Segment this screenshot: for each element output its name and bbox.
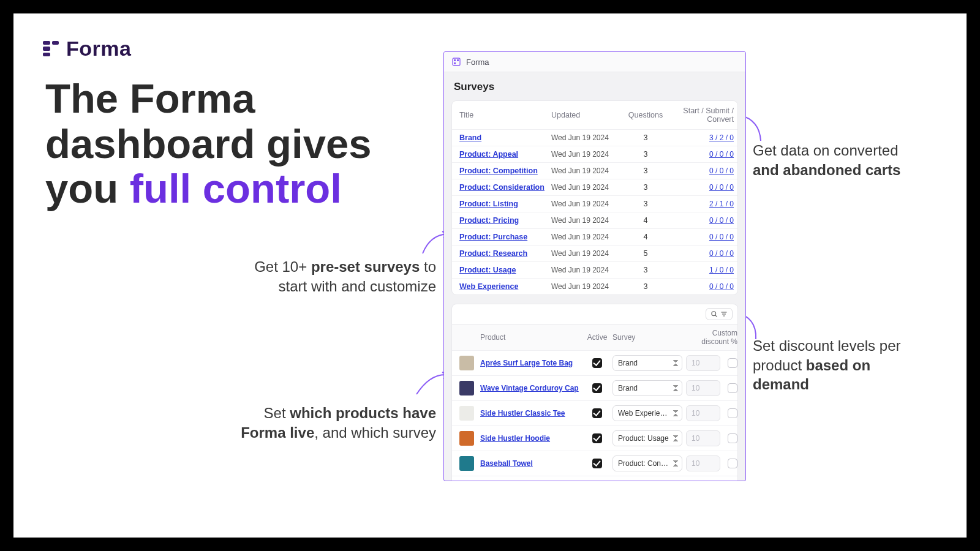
survey-title-link[interactable]: Web Experience: [459, 282, 551, 291]
survey-updated: Wed Jun 19 2024: [551, 133, 625, 142]
col-survey: Survey: [612, 333, 682, 342]
product-row: Baseball TowelProduct: Consid...10: [452, 451, 737, 476]
survey-questions: 5: [625, 249, 666, 258]
survey-title-link[interactable]: Product: Pricing: [459, 216, 551, 225]
headline-line2: dashboard gives: [45, 121, 371, 167]
search-filter-button[interactable]: [706, 308, 733, 320]
survey-select[interactable]: Product: Consid...: [612, 455, 682, 471]
col-updated: Updated: [551, 111, 625, 119]
col-ssc: Start / Submit / Convert: [666, 107, 734, 124]
discount-input[interactable]: 10: [686, 405, 720, 421]
callout-converted: Get data on converted and abandoned cart…: [753, 141, 912, 179]
survey-questions: 4: [625, 233, 666, 241]
discount-checkbox[interactable]: [728, 433, 737, 443]
survey-ssc-link[interactable]: 0 / 0 / 0: [709, 167, 734, 175]
discount-checkbox[interactable]: [728, 383, 737, 393]
survey-updated: Wed Jun 19 2024: [551, 216, 625, 225]
app-name: Forma: [466, 58, 489, 67]
discount-checkbox[interactable]: [728, 358, 737, 368]
brand-name: Forma: [66, 37, 131, 61]
svg-rect-2: [457, 59, 459, 61]
survey-row: Product: CompetitionWed Jun 19 202430 / …: [452, 162, 737, 179]
survey-ssc-link[interactable]: 0 / 0 / 0: [709, 216, 734, 225]
col-product: Product: [459, 333, 582, 342]
survey-ssc-link[interactable]: 0 / 0 / 0: [709, 233, 734, 241]
survey-row: Web ExperienceWed Jun 19 202430 / 0 / 0: [452, 278, 737, 294]
product-name-link[interactable]: Aprés Surf Large Tote Bag: [480, 359, 582, 367]
product-row: Side Hustler Classic TeeWeb Experience10: [452, 400, 737, 425]
discount-input[interactable]: 10: [686, 455, 720, 471]
product-name-link[interactable]: Side Hustler Hoodie: [480, 434, 582, 443]
survey-questions: 3: [625, 266, 666, 274]
active-checkbox[interactable]: [592, 383, 602, 393]
survey-updated: Wed Jun 19 2024: [551, 150, 625, 159]
survey-updated: Wed Jun 19 2024: [551, 167, 625, 175]
slide-canvas: Forma The Forma dashboard gives you full…: [13, 13, 967, 538]
discount-input[interactable]: 10: [686, 430, 720, 446]
product-name-link[interactable]: Baseball Towel: [480, 459, 582, 468]
survey-questions: 3: [625, 150, 666, 159]
survey-questions: 3: [625, 133, 666, 142]
survey-select[interactable]: Brand: [612, 380, 682, 396]
products-toolbar: [451, 304, 738, 324]
headline-line1: The Forma: [45, 76, 371, 121]
product-name-link[interactable]: Wave Vintage Corduroy Cap: [480, 384, 582, 392]
discount-input[interactable]: 10: [686, 355, 720, 371]
survey-ssc-link[interactable]: 1 / 0 / 0: [709, 266, 734, 274]
survey-title-link[interactable]: Product: Purchase: [459, 233, 551, 241]
active-checkbox[interactable]: [592, 408, 602, 418]
active-checkbox[interactable]: [592, 358, 602, 368]
dashboard-panel: Forma Surveys Title Updated Questions St…: [443, 51, 746, 481]
survey-ssc-link[interactable]: 0 / 0 / 0: [709, 183, 734, 192]
survey-row: Product: UsageWed Jun 19 202431 / 0 / 0: [452, 261, 737, 278]
survey-select[interactable]: Brand: [612, 355, 682, 371]
survey-select[interactable]: Product: Usage: [612, 430, 682, 446]
survey-ssc-link[interactable]: 2 / 1 / 0: [709, 200, 734, 208]
discount-input[interactable]: 10: [686, 481, 720, 481]
survey-title-link[interactable]: Product: Consideration: [459, 183, 551, 192]
survey-select[interactable]: Product: Consid...: [612, 481, 682, 481]
active-checkbox[interactable]: [592, 433, 602, 443]
survey-questions: 3: [625, 183, 666, 192]
survey-title-link[interactable]: Brand: [459, 133, 551, 142]
survey-title-link[interactable]: Product: Appeal: [459, 150, 551, 159]
surveys-table-head: Title Updated Questions Start / Submit /…: [452, 101, 737, 129]
survey-ssc-link[interactable]: 0 / 0 / 0: [709, 150, 734, 159]
products-table-head: Product Active Survey Custom discount %: [452, 324, 737, 350]
survey-title-link[interactable]: Product: Usage: [459, 266, 551, 274]
discount-input[interactable]: 10: [686, 380, 720, 396]
survey-updated: Wed Jun 19 2024: [551, 282, 625, 291]
product-row: Wave Vintage Corduroy CapBrand10: [452, 375, 737, 400]
survey-ssc-link[interactable]: 0 / 0 / 0: [709, 282, 734, 291]
discount-checkbox[interactable]: [728, 459, 737, 468]
callout-products: Set which products have Forma live, and …: [228, 403, 436, 442]
survey-questions: 3: [625, 167, 666, 175]
survey-updated: Wed Jun 19 2024: [551, 233, 625, 241]
survey-row: Product: ListingWed Jun 19 202432 / 1 / …: [452, 195, 737, 212]
svg-line-5: [715, 315, 717, 317]
col-active: Active: [586, 333, 609, 342]
survey-updated: Wed Jun 19 2024: [551, 200, 625, 208]
product-row: Cash is Queen Crop TeeProduct: Consid...…: [452, 476, 737, 481]
product-thumb: [459, 356, 474, 370]
svg-point-4: [712, 312, 716, 316]
discount-checkbox[interactable]: [728, 408, 737, 418]
survey-row: Product: ConsiderationWed Jun 19 202430 …: [452, 179, 737, 195]
product-thumb: [459, 381, 474, 395]
callout-discount: Set discount levels per product based on…: [753, 336, 912, 394]
survey-ssc-link[interactable]: 3 / 2 / 0: [709, 133, 734, 142]
survey-title-link[interactable]: Product: Listing: [459, 200, 551, 208]
active-checkbox[interactable]: [592, 459, 602, 468]
survey-row: Product: ResearchWed Jun 19 202450 / 0 /…: [452, 245, 737, 261]
survey-select[interactable]: Web Experience: [612, 405, 682, 421]
survey-title-link[interactable]: Product: Research: [459, 249, 551, 258]
search-icon: [710, 310, 718, 318]
col-questions: Questions: [625, 111, 666, 119]
survey-title-link[interactable]: Product: Competition: [459, 167, 551, 175]
col-title: Title: [459, 111, 551, 119]
survey-ssc-link[interactable]: 0 / 0 / 0: [709, 249, 734, 258]
headline: The Forma dashboard gives you full contr…: [45, 76, 371, 211]
product-name-link[interactable]: Side Hustler Classic Tee: [480, 409, 582, 418]
col-discount: Custom discount %: [686, 329, 737, 346]
survey-questions: 3: [625, 200, 666, 208]
